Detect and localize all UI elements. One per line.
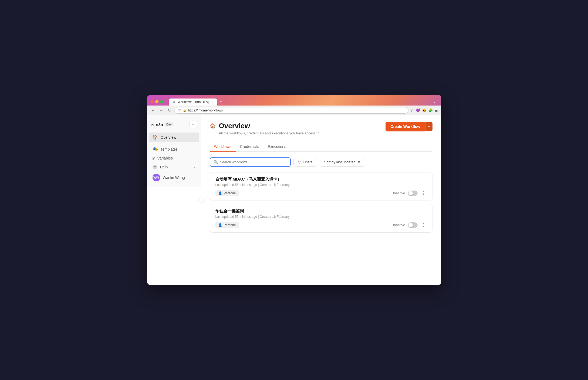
close-window-button[interactable] [150, 100, 154, 103]
tab-executions[interactable]: Executions [263, 142, 290, 152]
workflow-name-1[interactable]: 自动填写 MDAC（马来西亚入境卡） [215, 177, 427, 182]
back-button[interactable]: ← [150, 108, 156, 113]
person-icon-2: 👤 [218, 223, 222, 227]
filters-label: Filters [303, 160, 312, 164]
inactive-label-1: Inactive [393, 191, 405, 195]
sidebar: ∞ n8n Dev + 🏠 Overview 🎭 Templates [147, 115, 201, 187]
sidebar-item-label: Help [160, 165, 168, 169]
create-workflow-btn-group: Create Workflow ▾ [386, 122, 432, 131]
sidebar-user-profile[interactable]: WW Wanlin Wang ··· [149, 172, 199, 184]
sort-dropdown[interactable]: Sort by last updated ∨ [320, 158, 365, 167]
toggle-knob-2 [408, 223, 413, 227]
extensions-icon[interactable]: 🧩 [428, 108, 433, 113]
filter-icon: ▽ [298, 160, 301, 164]
sidebar-item-label: Overview [161, 135, 176, 140]
forward-button[interactable]: → [158, 108, 164, 113]
browser-navbar: ← → ↻ 🛡 🔒 https:// /home/workflows ☆ 💜 🐱… [147, 106, 441, 115]
sidebar-wrapper: ∞ n8n Dev + 🏠 Overview 🎭 Templates [147, 115, 201, 285]
tab-credentials[interactable]: Credentials [236, 142, 263, 152]
home-icon: 🏠 [153, 135, 158, 140]
main-content: 🏠 Overview All the workflows, credential… [201, 115, 441, 285]
brand-name: n8n [156, 122, 163, 127]
tab-menu-button[interactable]: ∨ [431, 99, 438, 105]
workflow-footer-1: 👤 Personal Inactive ⋮ [215, 190, 427, 196]
page-title-group: Overview All the workflows, credentials … [219, 122, 320, 135]
page-header: 🏠 Overview All the workflows, credential… [210, 122, 432, 135]
user-avatar: WW [153, 174, 160, 181]
page-title: Overview [219, 122, 320, 130]
workflow-toggle-1[interactable] [408, 191, 418, 196]
sidebar-item-label: Variables [157, 156, 173, 160]
tab-workflows[interactable]: Workflows [210, 142, 236, 152]
address-bar[interactable]: 🛡 🔒 https:// /home/workflows [174, 107, 408, 114]
maximize-window-button[interactable] [160, 100, 163, 103]
sort-label: Sort by last updated [324, 160, 356, 164]
tab-title: Workflows - n8n[DEV] [178, 100, 209, 104]
search-box[interactable]: 🔍 [210, 157, 291, 167]
person-icon-1: 👤 [218, 191, 222, 195]
workflow-toggle-2[interactable] [408, 222, 418, 228]
workflow-controls-1: Inactive ⋮ [393, 190, 427, 196]
create-workflow-button[interactable]: Create Workflow [386, 122, 425, 131]
search-icon: 🔍 [214, 160, 218, 164]
workflow-more-button-2[interactable]: ⋮ [420, 222, 427, 228]
new-tab-button[interactable]: + [217, 98, 225, 106]
tab-close-button[interactable]: ✕ [211, 101, 214, 104]
sidebar-item-label: Templates [161, 147, 178, 151]
traffic-lights [150, 100, 163, 103]
workflow-meta-2: Last updated 55 minutes ago | Created 16… [215, 215, 427, 219]
avatar-icon[interactable]: 🐱 [422, 108, 427, 113]
workflow-tag-2[interactable]: 👤 Personal [215, 222, 239, 228]
workflow-more-button-1[interactable]: ⋮ [420, 190, 427, 196]
page-subtitle: All the workflows, credentials and execu… [219, 131, 320, 135]
workflow-footer-2: 👤 Personal Inactive ⋮ [215, 222, 427, 228]
search-filter-row: 🔍 ▽ Filters Sort by last updated ∨ [210, 157, 432, 167]
sidebar-collapse-button[interactable]: ‹ [198, 198, 204, 203]
sidebar-brand: ∞ n8n Dev [151, 122, 173, 127]
tag-label-1: Personal [224, 191, 236, 195]
workflow-name-2[interactable]: 华住会一键签到 [215, 209, 427, 214]
workflow-card-2: 华住会一键签到 Last updated 55 minutes ago | Cr… [210, 204, 432, 233]
user-name: Wanlin Wang [163, 175, 185, 180]
inactive-label-2: Inactive [393, 223, 405, 227]
brand-icon: ∞ [151, 122, 154, 127]
workflow-meta-1: Last updated 55 minutes ago | Created 15… [215, 183, 427, 187]
nav-right-icons: ☆ 💜 🐱 🧩 ☰ [411, 108, 438, 113]
sidebar-bottom: 🎭 Templates χ Variables ? Help ∨ WW W [147, 142, 201, 184]
templates-icon: 🎭 [153, 147, 158, 152]
user-more-icon[interactable]: ··· [192, 175, 195, 180]
sidebar-item-overview[interactable]: 🏠 Overview [149, 133, 199, 142]
browser-tabs: ⚙ Workflows - n8n[DEV] ✕ + [169, 98, 429, 106]
filters-button[interactable]: ▽ Filters [293, 158, 317, 167]
minimize-window-button[interactable] [155, 100, 158, 103]
url-text: https:// /home/workflows [188, 108, 223, 112]
pocket-icon[interactable]: 💜 [416, 108, 420, 113]
sidebar-item-variables[interactable]: χ Variables [149, 154, 199, 162]
refresh-button[interactable]: ↻ [167, 108, 172, 113]
workflow-tag-1[interactable]: 👤 Personal [215, 190, 239, 196]
toggle-knob-1 [408, 191, 413, 195]
sidebar-top: ∞ n8n Dev + [147, 118, 201, 130]
dev-badge: Dev [165, 123, 173, 126]
menu-icon[interactable]: ☰ [434, 108, 438, 113]
variables-icon: χ [153, 156, 155, 160]
star-icon[interactable]: ☆ [411, 108, 414, 113]
tag-label-2: Personal [224, 223, 236, 227]
tabs: Workflows Credentials Executions [210, 142, 432, 152]
breadcrumb-home-icon[interactable]: 🏠 [210, 123, 216, 129]
lock-icon: 🔒 [183, 109, 187, 112]
shield-icon: 🛡 [178, 109, 181, 112]
sidebar-item-help[interactable]: ? Help ∨ [149, 162, 199, 172]
workflow-controls-2: Inactive ⋮ [393, 222, 427, 228]
search-input[interactable] [220, 160, 287, 164]
sort-chevron-icon: ∨ [358, 160, 360, 164]
page-title-area: 🏠 Overview All the workflows, credential… [210, 122, 320, 135]
help-icon: ? [153, 165, 157, 169]
sidebar-item-templates[interactable]: 🎭 Templates [149, 144, 199, 154]
help-chevron-icon: ∨ [193, 165, 195, 169]
tab-icon: ⚙ [173, 100, 175, 104]
active-tab[interactable]: ⚙ Workflows - n8n[DEV] ✕ [169, 99, 217, 106]
workflow-card-1: 自动填写 MDAC（马来西亚入境卡） Last updated 55 minut… [210, 172, 432, 201]
create-workflow-dropdown-button[interactable]: ▾ [425, 122, 432, 131]
sidebar-add-button[interactable]: + [190, 121, 197, 128]
